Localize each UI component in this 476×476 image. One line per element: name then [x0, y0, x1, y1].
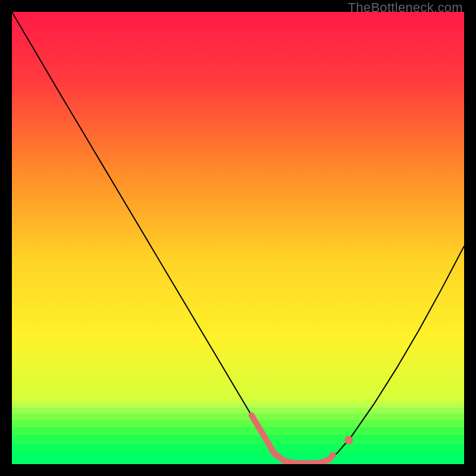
svg-rect-1: [12, 403, 464, 408]
svg-rect-0: [12, 12, 464, 464]
svg-rect-2: [12, 408, 464, 414]
svg-rect-5: [12, 427, 464, 435]
svg-rect-4: [12, 420, 464, 427]
svg-rect-6: [12, 435, 464, 444]
svg-rect-7: [12, 444, 464, 453]
svg-point-9: [345, 436, 353, 444]
chart-svg: [12, 12, 464, 464]
plot-area: [12, 12, 464, 464]
chart-frame: TheBottleneck.com: [0, 0, 476, 476]
svg-rect-8: [12, 453, 464, 464]
svg-rect-3: [12, 414, 464, 420]
watermark-text: TheBottleneck.com: [348, 0, 463, 15]
